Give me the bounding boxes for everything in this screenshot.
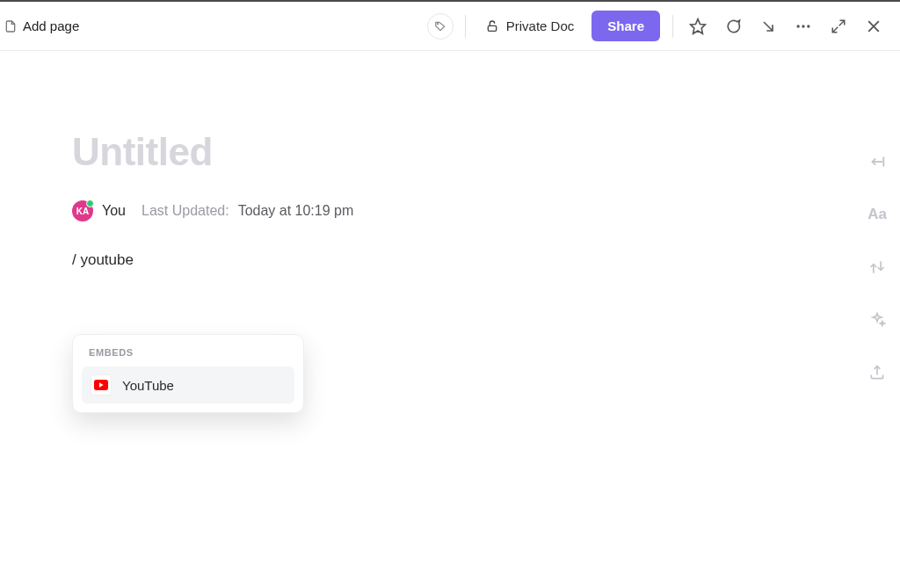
sparkle-icon [868, 311, 886, 329]
author-name: You [102, 203, 126, 219]
rail-export-button[interactable] [865, 360, 889, 385]
toolbar-divider [672, 15, 673, 38]
add-page-button[interactable]: Add page [0, 18, 79, 33]
upload-icon [868, 364, 886, 381]
rail-outdent-button[interactable] [865, 149, 889, 174]
svg-point-3 [797, 25, 800, 27]
svg-rect-1 [488, 25, 496, 31]
close-icon [865, 18, 882, 35]
svg-marker-2 [691, 18, 706, 33]
document-content: Untitled KA You Last Updated: Today at 1… [0, 51, 756, 269]
star-icon [689, 18, 707, 35]
rail-ai-button[interactable] [865, 308, 889, 332]
rail-sort-button[interactable] [865, 255, 889, 279]
comment-icon [724, 18, 742, 35]
close-button[interactable] [856, 9, 891, 44]
slash-item-label: YouTube [122, 378, 174, 393]
svg-point-0 [437, 23, 438, 24]
page-title[interactable]: Untitled [72, 130, 756, 174]
tag-button[interactable] [423, 9, 458, 44]
comments-button[interactable] [715, 9, 751, 44]
lock-open-icon [485, 19, 499, 33]
toolbar-divider [465, 15, 466, 38]
rail-typography-button[interactable]: Aa [865, 202, 889, 227]
more-button[interactable] [786, 9, 821, 44]
tag-icon [427, 13, 454, 40]
top-toolbar: Add page Private Doc Share [0, 0, 900, 51]
last-updated-value: Today at 10:19 pm [238, 203, 354, 219]
avatar[interactable]: KA [72, 200, 93, 221]
editor-input[interactable]: / youtube [72, 251, 756, 269]
slash-command-menu: EMBEDS YouTube [72, 334, 304, 413]
expand-icon [831, 18, 846, 34]
download-arrow-icon [759, 18, 777, 35]
svg-point-5 [807, 25, 809, 27]
share-button[interactable]: Share [592, 11, 660, 41]
right-rail: Aa [865, 149, 889, 385]
slash-item-youtube[interactable]: YouTube [82, 367, 294, 403]
last-updated-label: Last Updated: [142, 203, 229, 219]
privacy-label: Private Doc [506, 18, 575, 33]
add-page-label: Add page [23, 18, 79, 33]
page-plus-icon [4, 19, 18, 33]
byline: KA You Last Updated: Today at 10:19 pm [72, 200, 756, 221]
slash-section-label: EMBEDS [82, 347, 294, 367]
privacy-button[interactable]: Private Doc [473, 18, 587, 33]
toolbar-actions: Private Doc Share [423, 9, 891, 44]
expand-button[interactable] [821, 9, 856, 44]
download-button[interactable] [751, 9, 786, 44]
youtube-icon [91, 374, 112, 396]
outdent-icon [867, 152, 887, 171]
typography-icon: Aa [867, 206, 887, 223]
svg-point-4 [802, 25, 804, 27]
swap-icon [868, 258, 886, 276]
ellipsis-icon [795, 18, 812, 35]
favorite-button[interactable] [680, 9, 715, 44]
